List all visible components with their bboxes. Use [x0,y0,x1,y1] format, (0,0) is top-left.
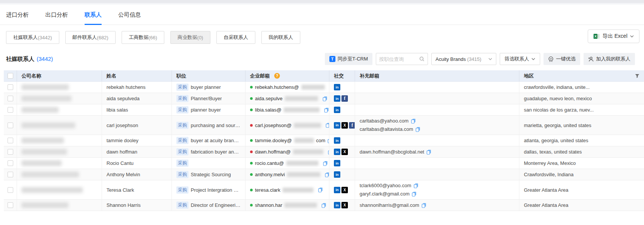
email-prefix: aida.sepulve [255,96,283,101]
section-title: 社媒联系人 [6,56,34,62]
redacted-company-name [22,96,71,101]
tab-2[interactable]: 联系人 [85,11,102,25]
header-title: 职位 [172,70,246,81]
row-checkbox[interactable] [8,187,13,193]
linkedin-icon[interactable]: in [334,187,340,193]
email-status-dot [250,86,253,88]
position-cell: 采购 [172,158,246,169]
extra-email: carltabas@yahoo.com [360,117,416,125]
position-text: buyer planner [191,84,221,90]
row-checkbox[interactable] [8,107,13,113]
row-checkbox[interactable] [8,149,13,155]
linkedin-icon[interactable]: in [334,160,340,166]
email-status-dot [250,189,253,191]
copy-icon[interactable] [325,172,329,177]
table-row: Shannon Harris 采购 Director of Engineerin… [4,200,644,211]
copy-icon[interactable] [324,107,329,113]
export-excel-button[interactable]: X 导出 Excel [588,29,639,43]
x-icon[interactable]: X [341,187,348,193]
extra-email-text: tclark6000@yahoo.com [360,182,411,189]
row-checkbox[interactable] [8,138,13,143]
x-icon[interactable]: X [341,149,348,155]
tab-0[interactable]: 进口分析 [6,11,29,25]
header-checkbox-cell [4,70,17,81]
filter-button-2[interactable]: 工商数据(66) [122,31,164,44]
filter-funnel-icon[interactable] [635,74,639,78]
social-cell: in [329,169,355,180]
copy-icon[interactable] [323,161,328,166]
position-text: Director of Engineering, S... [191,202,241,208]
x-icon[interactable]: X [341,122,348,129]
tab-1[interactable]: 出口分析 [45,11,68,25]
extra-email: shannonlharris@gmail.com [360,202,426,209]
linkedin-icon[interactable]: in [334,202,340,208]
row-checkbox[interactable] [8,202,13,208]
header-region-label: 地区 [524,73,534,79]
procurement-tag: 采购 [176,137,188,144]
redacted-email-part [287,172,320,177]
x-icon[interactable]: X [341,202,348,208]
row-checkbox[interactable] [8,123,13,128]
position-text: planner buyer [191,107,221,113]
redacted-email-part [301,85,325,90]
copy-icon[interactable] [318,187,323,192]
extra-email-cell [355,169,519,180]
position-search-input[interactable] [379,56,417,62]
copy-icon[interactable] [323,96,327,101]
copy-icon[interactable] [412,191,417,197]
social-cell: inXf [329,116,355,135]
region-cell: Monterrey Area, Mexico [519,158,644,169]
filter-button-0[interactable]: 社媒联系人(3442) [6,31,59,44]
company-cell [17,104,102,115]
linkedin-icon[interactable]: in [334,95,340,102]
procurement-tag: 采购 [176,186,188,194]
filter-button-label: 工商数据 [129,34,148,41]
copy-icon[interactable] [321,203,326,208]
help-question-icon[interactable]: ? [274,73,280,79]
copy-icon[interactable] [422,203,426,208]
facebook-icon[interactable]: f [349,122,355,129]
row-checkbox[interactable] [8,160,13,166]
filter-button-5[interactable]: 我的联系人 [261,31,300,44]
position-cell: 采购 Director of Engineering, S... [172,200,246,211]
copy-icon[interactable] [426,149,431,155]
filter-button-4[interactable]: 自采联系人 [216,31,255,44]
email-suffix: com [316,138,326,143]
add-to-my-contacts-button[interactable]: 加入我的联系人 [584,53,635,65]
procurement-tag: 采购 [176,171,188,178]
linkedin-icon[interactable]: in [334,171,340,178]
row-checkbox[interactable] [8,96,13,101]
row-checkbox-cell [4,116,17,135]
copy-icon[interactable] [415,127,420,132]
linkedin-icon[interactable]: in [334,122,340,129]
row-checkbox[interactable] [8,84,13,90]
linkedin-icon[interactable]: in [334,149,340,155]
filter-button-3[interactable]: 商业数据(0) [170,31,210,44]
row-checkbox-cell [4,135,17,146]
filter-contacts-button[interactable]: 筛选联系人 [500,53,540,65]
main-tabs: 进口分析出口分析联系人公司信息 [0,5,644,25]
row-checkbox[interactable] [8,172,13,177]
export-excel-label: 导出 Excel [602,33,627,40]
extra-email-cell [355,104,519,115]
one-click-select-button[interactable]: 一键优选 [544,53,580,65]
sync-to-tcrm-button[interactable]: T 同步至T-CRM [325,53,372,65]
redacted-company-name [22,187,83,193]
linkedin-icon[interactable]: in [334,84,340,90]
company-cell [17,180,102,199]
filter-button-1[interactable]: 邮件联系人(682) [65,31,116,44]
copy-icon[interactable] [326,123,329,128]
corporate-email-cell: libia.salas@ [246,104,329,115]
filter-button-label: 商业数据 [178,34,197,41]
tab-3[interactable]: 公司信息 [118,11,141,25]
company-select[interactable]: Acuity Brands (3415) [431,53,496,65]
linkedin-icon[interactable]: in [334,107,340,113]
copy-icon[interactable] [411,118,416,124]
facebook-icon[interactable]: f [341,95,348,102]
procurement-tag: 采购 [176,160,188,167]
linkedin-icon[interactable]: in [334,137,340,144]
copy-icon[interactable] [414,183,419,188]
select-all-checkbox[interactable] [8,73,13,79]
filter-button-count: (682) [97,35,108,40]
search-icon[interactable] [419,56,425,62]
